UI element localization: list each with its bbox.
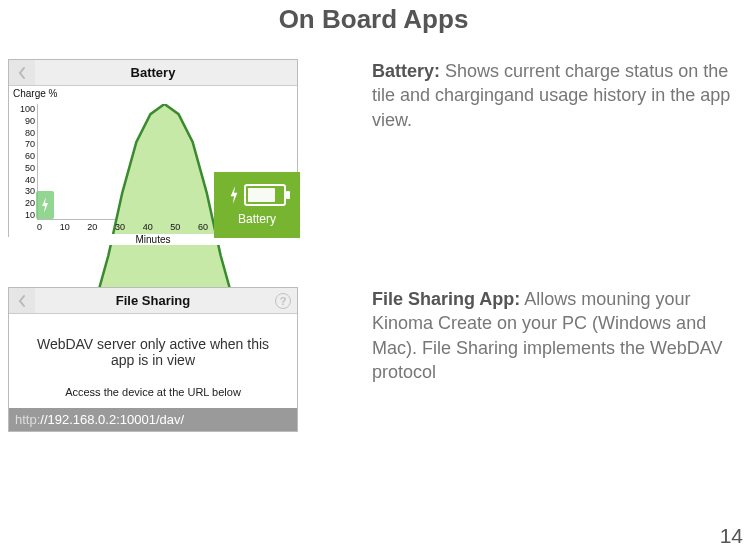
ytick: 100 bbox=[15, 104, 35, 114]
filesharing-url: http://192.168.0.2:10001/dav/ bbox=[9, 408, 297, 431]
ytick: 90 bbox=[15, 116, 35, 126]
chart-ylabel: Charge % bbox=[13, 88, 57, 99]
filesharing-left-col: File Sharing ? WebDAV server only active… bbox=[0, 287, 310, 432]
ytick: 60 bbox=[15, 151, 35, 161]
ytick: 50 bbox=[15, 163, 35, 173]
url-scheme: http: bbox=[15, 412, 40, 427]
ytick: 70 bbox=[15, 139, 35, 149]
charging-start-icon bbox=[36, 191, 54, 219]
filesharing-card-header: File Sharing ? bbox=[9, 288, 297, 314]
xtick: 50 bbox=[170, 222, 180, 232]
ytick: 30 bbox=[15, 186, 35, 196]
battery-tile-row bbox=[214, 172, 300, 212]
battery-card-header: Battery bbox=[9, 60, 297, 86]
bolt-icon bbox=[228, 186, 240, 204]
filesharing-heading: File Sharing App: bbox=[372, 289, 520, 309]
ytick: 20 bbox=[15, 198, 35, 208]
battery-tile[interactable]: Battery bbox=[214, 172, 300, 238]
filesharing-row: File Sharing ? WebDAV server only active… bbox=[0, 287, 747, 432]
filesharing-message: WebDAV server only active when this app … bbox=[9, 314, 297, 386]
filesharing-description: File Sharing App: Allows mouning your Ki… bbox=[310, 287, 747, 384]
xtick: 10 bbox=[60, 222, 70, 232]
page-number: 14 bbox=[720, 524, 743, 548]
battery-card-title: Battery bbox=[9, 65, 297, 80]
page-title: On Board Apps bbox=[0, 0, 747, 35]
xtick: 60 bbox=[198, 222, 208, 232]
xtick: 20 bbox=[87, 222, 97, 232]
xtick: 30 bbox=[115, 222, 125, 232]
url-rest: //192.168.0.2:10001/dav/ bbox=[40, 412, 184, 427]
battery-tile-label: Battery bbox=[214, 212, 300, 226]
filesharing-hint: Access the device at the URL below bbox=[9, 386, 297, 408]
ytick: 40 bbox=[15, 175, 35, 185]
ytick: 10 bbox=[15, 210, 35, 220]
ytick: 80 bbox=[15, 128, 35, 138]
battery-icon bbox=[244, 184, 286, 206]
battery-row: Battery Charge % 100 90 80 70 60 50 40 3… bbox=[0, 59, 747, 237]
battery-description: Battery: Shows current charge status on … bbox=[310, 59, 747, 132]
chart-yticks: 100 90 80 70 60 50 40 30 20 10 bbox=[15, 90, 37, 234]
filesharing-card-title: File Sharing bbox=[9, 293, 297, 308]
help-button[interactable]: ? bbox=[275, 293, 291, 309]
battery-heading: Battery: bbox=[372, 61, 440, 81]
battery-left-col: Battery Charge % 100 90 80 70 60 50 40 3… bbox=[0, 59, 310, 237]
filesharing-card: File Sharing ? WebDAV server only active… bbox=[8, 287, 298, 432]
xtick: 0 bbox=[37, 222, 42, 232]
xtick: 40 bbox=[143, 222, 153, 232]
filesharing-body: WebDAV server only active when this app … bbox=[9, 314, 297, 408]
